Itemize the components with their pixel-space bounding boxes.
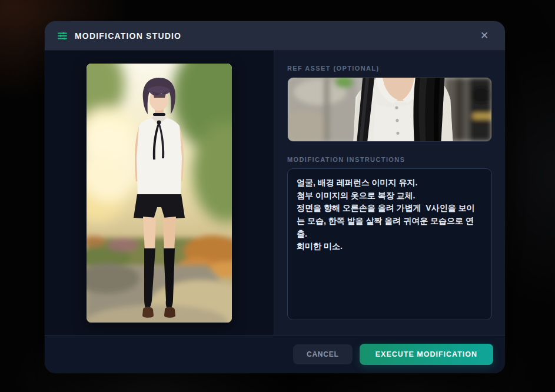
close-button[interactable]: ✕ xyxy=(476,27,493,45)
ref-asset-label: REF ASSET (OPTIONAL) xyxy=(287,65,492,72)
modal-body: REF ASSET (OPTIONAL) xyxy=(45,51,505,335)
source-preview-image xyxy=(87,64,232,323)
ref-asset-image[interactable] xyxy=(287,77,492,142)
cancel-button[interactable]: CANCEL xyxy=(293,344,353,364)
modal-footer: CANCEL EXECUTE MODIFICATION xyxy=(45,335,505,373)
execute-button[interactable]: EXECUTE MODIFICATION xyxy=(360,344,493,365)
modification-studio-modal: MODIFICATION STUDIO ✕ xyxy=(45,21,505,373)
controls-pane: REF ASSET (OPTIONAL) xyxy=(274,51,505,335)
modal-title: MODIFICATION STUDIO xyxy=(75,31,181,41)
instructions-textarea[interactable]: 얼굴, 배경 레퍼런스 이미지 유지. 첨부 이미지의 옷으로 복장 교체. 정… xyxy=(287,168,492,320)
modal-header: MODIFICATION STUDIO ✕ xyxy=(45,21,505,51)
page-backdrop: MODIFICATION STUDIO ✕ xyxy=(0,0,555,392)
source-image-pane xyxy=(45,51,274,335)
instructions-label: MODIFICATION INSTRUCTIONS xyxy=(287,156,492,163)
sliders-icon xyxy=(57,30,68,42)
